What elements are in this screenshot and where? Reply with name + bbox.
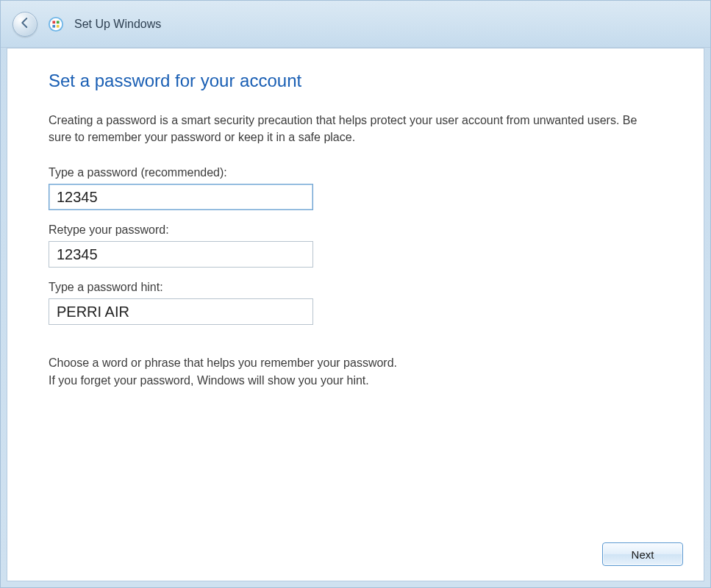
hint-help-line2: If you forget your password, Windows wil… (49, 372, 662, 390)
page-description: Creating a password is a smart security … (49, 112, 651, 146)
setup-window: Set Up Windows Set a password for your a… (0, 0, 711, 588)
page-heading: Set a password for your account (49, 71, 662, 91)
password-label: Type a password (recommended): (49, 166, 662, 179)
hint-label: Type a password hint: (49, 281, 662, 294)
windows-setup-icon (48, 16, 64, 32)
password-input[interactable] (49, 184, 313, 210)
svg-rect-3 (57, 21, 60, 24)
svg-rect-4 (52, 24, 55, 27)
svg-rect-2 (52, 21, 55, 24)
next-button[interactable]: Next (602, 542, 683, 566)
svg-point-1 (50, 18, 62, 30)
back-arrow-icon (18, 16, 32, 32)
hint-help-text: Choose a word or phrase that helps you r… (49, 354, 662, 390)
retype-label: Retype your password: (49, 223, 662, 237)
titlebar: Set Up Windows (1, 1, 710, 48)
retype-password-input[interactable] (49, 241, 313, 268)
content-area: Set a password for your account Creating… (7, 48, 704, 581)
hint-field-group: Type a password hint: (49, 281, 662, 325)
password-hint-input[interactable] (49, 298, 313, 325)
window-title: Set Up Windows (74, 18, 161, 31)
back-button[interactable] (12, 12, 37, 37)
retype-field-group: Retype your password: (49, 223, 662, 268)
hint-help-line1: Choose a word or phrase that helps you r… (49, 354, 662, 372)
svg-rect-5 (57, 24, 60, 27)
footer: Next (602, 542, 683, 566)
password-field-group: Type a password (recommended): (49, 166, 662, 210)
